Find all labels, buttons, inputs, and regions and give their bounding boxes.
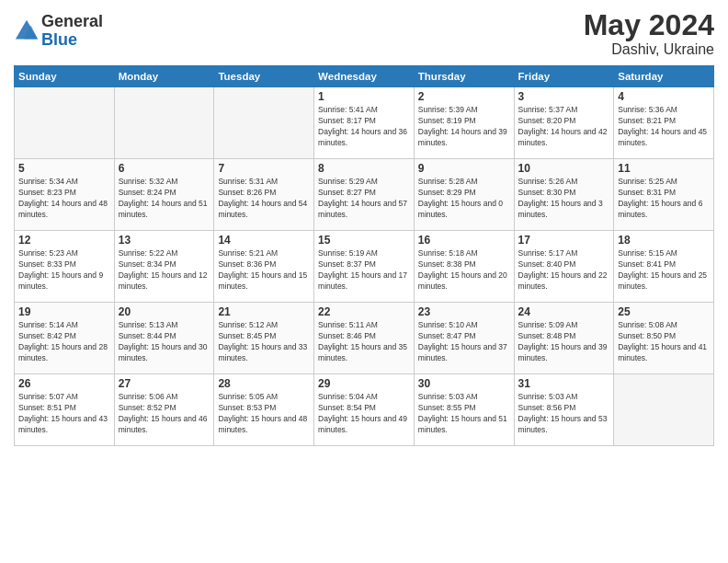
day-number: 19	[18, 305, 110, 318]
calendar-cell: 5Sunrise: 5:34 AMSunset: 8:23 PMDaylight…	[15, 159, 115, 231]
day-number: 18	[618, 234, 710, 247]
col-saturday: Saturday	[614, 66, 714, 87]
cell-info: Sunrise: 5:05 AMSunset: 8:53 PMDaylight:…	[218, 392, 310, 436]
day-number: 30	[418, 377, 510, 390]
calendar-cell: 17Sunrise: 5:17 AMSunset: 8:40 PMDayligh…	[514, 231, 614, 303]
cell-info: Sunrise: 5:28 AMSunset: 8:29 PMDaylight:…	[418, 177, 510, 221]
cell-info: Sunrise: 5:25 AMSunset: 8:31 PMDaylight:…	[618, 177, 710, 221]
calendar-week-1: 1Sunrise: 5:41 AMSunset: 8:17 PMDaylight…	[15, 87, 714, 159]
logo-text: General Blue	[41, 13, 103, 50]
col-wednesday: Wednesday	[314, 66, 415, 87]
cell-info: Sunrise: 5:12 AMSunset: 8:45 PMDaylight:…	[218, 320, 310, 364]
cell-info: Sunrise: 5:41 AMSunset: 8:17 PMDaylight:…	[318, 105, 410, 149]
day-number: 17	[518, 234, 610, 247]
cell-info: Sunrise: 5:23 AMSunset: 8:33 PMDaylight:…	[18, 248, 110, 293]
logo-general-text: General	[41, 13, 103, 31]
calendar-cell: 30Sunrise: 5:03 AMSunset: 8:55 PMDayligh…	[414, 374, 514, 446]
cell-info: Sunrise: 5:34 AMSunset: 8:23 PMDaylight:…	[18, 177, 110, 221]
col-monday: Monday	[114, 66, 214, 87]
cell-info: Sunrise: 5:09 AMSunset: 8:48 PMDaylight:…	[518, 320, 610, 364]
calendar-cell: 24Sunrise: 5:09 AMSunset: 8:48 PMDayligh…	[514, 303, 614, 374]
calendar-cell	[614, 374, 714, 446]
cell-info: Sunrise: 5:18 AMSunset: 8:38 PMDaylight:…	[418, 248, 510, 293]
cell-info: Sunrise: 5:08 AMSunset: 8:50 PMDaylight:…	[618, 320, 710, 364]
calendar-cell: 23Sunrise: 5:10 AMSunset: 8:47 PMDayligh…	[414, 303, 514, 374]
calendar-cell: 8Sunrise: 5:29 AMSunset: 8:27 PMDaylight…	[314, 159, 415, 231]
day-number: 6	[119, 162, 210, 175]
calendar-cell: 10Sunrise: 5:26 AMSunset: 8:30 PMDayligh…	[514, 159, 614, 231]
day-number: 29	[318, 377, 410, 390]
cell-info: Sunrise: 5:26 AMSunset: 8:30 PMDaylight:…	[518, 177, 610, 221]
day-number: 14	[218, 234, 310, 247]
day-number: 1	[318, 90, 410, 103]
calendar-cell: 14Sunrise: 5:21 AMSunset: 8:36 PMDayligh…	[214, 231, 314, 303]
cell-info: Sunrise: 5:10 AMSunset: 8:47 PMDaylight:…	[418, 320, 510, 364]
cell-info: Sunrise: 5:04 AMSunset: 8:54 PMDaylight:…	[318, 392, 410, 436]
header: General Blue May 2024 Dashiv, Ukraine	[14, 9, 714, 58]
cell-info: Sunrise: 5:29 AMSunset: 8:27 PMDaylight:…	[318, 177, 410, 221]
calendar-week-3: 12Sunrise: 5:23 AMSunset: 8:33 PMDayligh…	[15, 231, 714, 303]
calendar-cell: 20Sunrise: 5:13 AMSunset: 8:44 PMDayligh…	[114, 303, 214, 374]
calendar-cell: 28Sunrise: 5:05 AMSunset: 8:53 PMDayligh…	[214, 374, 314, 446]
calendar-cell: 21Sunrise: 5:12 AMSunset: 8:45 PMDayligh…	[214, 303, 314, 374]
calendar-cell: 16Sunrise: 5:18 AMSunset: 8:38 PMDayligh…	[414, 231, 514, 303]
col-tuesday: Tuesday	[214, 66, 314, 87]
cell-info: Sunrise: 5:03 AMSunset: 8:56 PMDaylight:…	[518, 392, 610, 436]
calendar-cell: 6Sunrise: 5:32 AMSunset: 8:24 PMDaylight…	[114, 159, 214, 231]
day-number: 9	[418, 162, 510, 175]
day-number: 8	[318, 162, 410, 175]
month-year: May 2024	[584, 9, 714, 41]
calendar-cell: 19Sunrise: 5:14 AMSunset: 8:42 PMDayligh…	[15, 303, 115, 374]
day-number: 5	[18, 162, 110, 175]
calendar-cell	[114, 87, 214, 159]
day-number: 15	[318, 234, 410, 247]
day-number: 31	[518, 377, 610, 390]
calendar-cell: 18Sunrise: 5:15 AMSunset: 8:41 PMDayligh…	[614, 231, 714, 303]
calendar-cell: 11Sunrise: 5:25 AMSunset: 8:31 PMDayligh…	[614, 159, 714, 231]
day-number: 11	[618, 162, 710, 175]
cell-info: Sunrise: 5:31 AMSunset: 8:26 PMDaylight:…	[218, 177, 310, 221]
cell-info: Sunrise: 5:14 AMSunset: 8:42 PMDaylight:…	[18, 320, 110, 364]
cell-info: Sunrise: 5:17 AMSunset: 8:40 PMDaylight:…	[518, 248, 610, 293]
col-thursday: Thursday	[414, 66, 514, 87]
logo-blue-text: Blue	[41, 31, 103, 50]
cell-info: Sunrise: 5:21 AMSunset: 8:36 PMDaylight:…	[218, 248, 310, 293]
calendar-cell: 7Sunrise: 5:31 AMSunset: 8:26 PMDaylight…	[214, 159, 314, 231]
day-number: 22	[318, 305, 410, 318]
calendar-cell	[214, 87, 314, 159]
day-number: 25	[618, 305, 710, 318]
calendar-cell: 26Sunrise: 5:07 AMSunset: 8:51 PMDayligh…	[15, 374, 115, 446]
day-number: 26	[18, 377, 110, 390]
calendar-week-2: 5Sunrise: 5:34 AMSunset: 8:23 PMDaylight…	[15, 159, 714, 231]
day-number: 4	[618, 90, 710, 103]
day-number: 10	[518, 162, 610, 175]
calendar-cell: 25Sunrise: 5:08 AMSunset: 8:50 PMDayligh…	[614, 303, 714, 374]
calendar-week-4: 19Sunrise: 5:14 AMSunset: 8:42 PMDayligh…	[15, 303, 714, 374]
day-number: 2	[418, 90, 510, 103]
calendar-table: Sunday Monday Tuesday Wednesday Thursday…	[14, 65, 714, 446]
cell-info: Sunrise: 5:06 AMSunset: 8:52 PMDaylight:…	[119, 392, 210, 436]
header-row: Sunday Monday Tuesday Wednesday Thursday…	[15, 66, 714, 87]
cell-info: Sunrise: 5:11 AMSunset: 8:46 PMDaylight:…	[318, 320, 410, 364]
calendar-week-5: 26Sunrise: 5:07 AMSunset: 8:51 PMDayligh…	[15, 374, 714, 446]
calendar-cell	[15, 87, 115, 159]
day-number: 28	[218, 377, 310, 390]
location: Dashiv, Ukraine	[584, 41, 714, 58]
calendar-cell: 29Sunrise: 5:04 AMSunset: 8:54 PMDayligh…	[314, 374, 415, 446]
cell-info: Sunrise: 5:07 AMSunset: 8:51 PMDaylight:…	[18, 392, 110, 436]
day-number: 12	[18, 234, 110, 247]
calendar-cell: 15Sunrise: 5:19 AMSunset: 8:37 PMDayligh…	[314, 231, 415, 303]
cell-info: Sunrise: 5:37 AMSunset: 8:20 PMDaylight:…	[518, 105, 610, 149]
col-sunday: Sunday	[15, 66, 115, 87]
day-number: 7	[218, 162, 310, 175]
day-number: 16	[418, 234, 510, 247]
calendar-cell: 3Sunrise: 5:37 AMSunset: 8:20 PMDaylight…	[514, 87, 614, 159]
title-block: May 2024 Dashiv, Ukraine	[584, 9, 714, 58]
cell-info: Sunrise: 5:03 AMSunset: 8:55 PMDaylight:…	[418, 392, 510, 436]
cell-info: Sunrise: 5:32 AMSunset: 8:24 PMDaylight:…	[119, 177, 210, 221]
day-number: 24	[518, 305, 610, 318]
day-number: 13	[119, 234, 210, 247]
cell-info: Sunrise: 5:36 AMSunset: 8:21 PMDaylight:…	[618, 105, 710, 149]
calendar-cell: 9Sunrise: 5:28 AMSunset: 8:29 PMDaylight…	[414, 159, 514, 231]
calendar-cell: 12Sunrise: 5:23 AMSunset: 8:33 PMDayligh…	[15, 231, 115, 303]
